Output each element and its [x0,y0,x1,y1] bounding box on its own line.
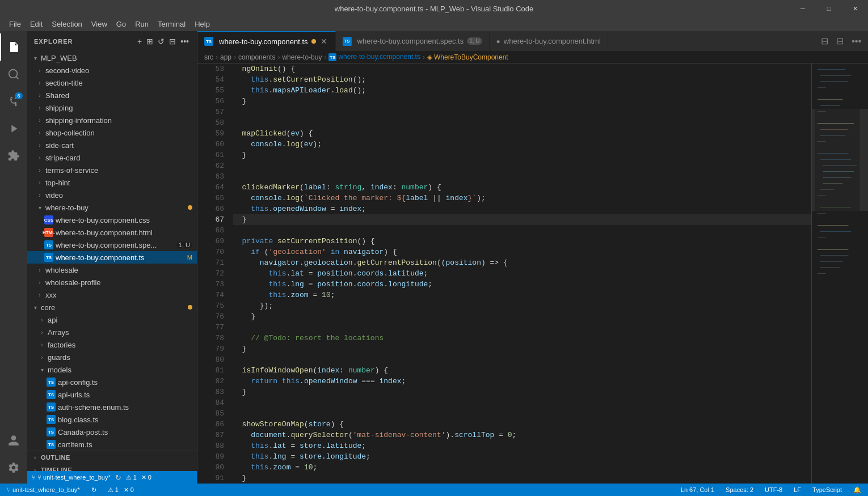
file-api-urls[interactable]: TS api-urls.ts [27,388,197,401]
error-icon: ✕ [141,474,146,481]
more-actions-button[interactable]: ••• [179,36,190,47]
account-icon[interactable] [0,427,27,454]
chevron-right-icon: › [36,180,43,186]
folder-where-to-buy[interactable]: ▾ where-to-buy [27,201,197,214]
minimize-button[interactable]: ─ [790,0,816,17]
explorer-icon[interactable] [0,33,27,61]
code-line-71: navigator.geolocation.getCurrentPosition… [233,257,811,268]
window-controls: ─ □ ✕ [790,0,868,17]
breadcrumb-components[interactable]: components [238,53,275,61]
folder-section-title[interactable]: › section-title [27,77,197,89]
code-content[interactable]: ngOnInit() { this.setCurrentPosition(); … [229,63,811,484]
folder-label: guards [48,353,70,362]
new-folder-button[interactable]: ⊞ [145,36,154,47]
folder-side-cart[interactable]: › side-cart [27,139,197,151]
warning-status[interactable]: ⚠ 1 [126,474,137,481]
settings-icon[interactable] [0,454,27,481]
cursor-position-btn[interactable]: Ln 67, Col 1 [679,484,717,496]
code-line-84 [233,397,811,408]
folder-shop-collection[interactable]: › shop-collection [27,126,197,139]
split-editor-button[interactable]: ⊟ [834,35,846,48]
file-auth-scheme[interactable]: TS auth-scheme.enum.ts [27,401,197,413]
folder-guards[interactable]: › guards [27,351,197,363]
folder-arrays[interactable]: › Arrays [27,326,197,338]
encoding-btn[interactable]: UTF-8 [762,484,785,496]
folder-shipping[interactable]: › shipping [27,101,197,114]
folder-api[interactable]: › api [27,313,197,326]
breadcrumb-ts-file[interactable]: TSwhere-to-buy.component.ts [328,53,420,62]
run-debug-icon[interactable] [0,115,27,142]
menu-terminal[interactable]: Terminal [153,19,190,29]
menu-go[interactable]: Go [112,19,130,29]
menu-selection[interactable]: Selection [47,19,86,29]
tab-close-button[interactable]: ✕ [319,37,328,46]
code-line-66: this.openedWindow = index; [233,204,811,214]
folder-core[interactable]: ▾ core [27,301,197,313]
extensions-icon[interactable] [0,142,27,169]
source-control-icon[interactable]: 6 [0,88,27,115]
sync-icon: ↻ [91,486,96,494]
error-status[interactable]: ✕ 0 [141,474,151,481]
indentation-btn[interactable]: Spaces: 2 [723,484,756,496]
git-branch-status[interactable]: ⑂ ⑂ unit-test_where_to_buy* [32,474,111,481]
file-blog-class[interactable]: TS blog.class.ts [27,413,197,426]
language-btn[interactable]: TypeScript [810,484,844,496]
tab-where-to-buy-spec[interactable]: TS where-to-buy.component.spec.ts 1, U [336,31,490,51]
tab-where-to-buy-html[interactable]: ● where-to-buy.component.html [490,31,608,51]
menu-run[interactable]: Run [130,19,153,29]
file-canada-post[interactable]: TS Canada-post.ts [27,426,197,438]
folder-models[interactable]: ▾ models [27,363,197,376]
file-api-config[interactable]: TS api-config.ts [27,376,197,388]
more-tabs-button[interactable]: ••• [849,35,863,48]
breadcrumb-src[interactable]: src [204,53,213,61]
git-branch-icon: ⑂ [7,486,11,493]
file-label: api-urls.ts [58,391,90,399]
menu-file[interactable]: File [5,19,26,29]
file-where-to-buy-css[interactable]: CSS where-to-buy.component.css [27,214,197,226]
folder-second-video[interactable]: › second-video [27,64,197,77]
breadcrumb-component[interactable]: ◈WhereToBuyComponent [427,53,508,61]
sync-icon[interactable]: ↻ [115,473,121,482]
tab-where-to-buy-ts[interactable]: TS where-to-buy.component.ts ✕ [197,31,336,51]
collapse-all-button[interactable]: ⊟ [168,36,177,47]
folder-wholesale-profile[interactable]: › wholesale-profile [27,276,197,289]
new-file-button[interactable]: + [136,36,143,47]
folder-label: shipping [45,104,73,112]
close-button[interactable]: ✕ [842,0,868,17]
html-file-icon: HTML [44,228,53,237]
folder-shipping-information[interactable]: › shipping-information [27,114,197,126]
root-folder[interactable]: ▾ MLP_WEB [27,52,197,64]
folder-wholesale[interactable]: › wholesale [27,264,197,276]
file-cart-item[interactable]: TS cartItem.ts [27,438,197,451]
breadcrumb-where-to-buy[interactable]: where-to-buy [282,53,322,61]
sync-status-btn[interactable]: ↻ [89,484,99,496]
customize-layout-button[interactable]: ⊟ [819,35,831,48]
timeline-section[interactable]: › TIMELINE [27,464,197,471]
line-ending-btn[interactable]: LF [791,484,803,496]
file-where-to-buy-ts[interactable]: TS where-to-buy.component.ts M [27,251,197,264]
folder-shared[interactable]: › Shared [27,89,197,101]
refresh-button[interactable]: ↺ [157,36,166,47]
folder-xxx[interactable]: › xxx [27,289,197,301]
file-where-to-buy-html[interactable]: HTML where-to-buy.component.html [27,226,197,239]
folder-label: Arrays [48,328,69,337]
file-where-to-buy-spec[interactable]: TS where-to-buy.component.spe... 1, U [27,239,197,251]
menu-edit[interactable]: Edit [26,19,47,29]
folder-terms-of-service[interactable]: › terms-of-service [27,164,197,176]
outline-section[interactable]: › OUTLINE [27,451,197,464]
git-branch-status-btn[interactable]: ⑂ unit-test_where_to_buy* [5,484,82,496]
folder-stripe-card[interactable]: › stripe-card [27,151,197,164]
menu-view[interactable]: View [87,19,112,29]
folder-top-hint[interactable]: › top-hint [27,176,197,189]
folder-factories[interactable]: › factories [27,338,197,351]
maximize-button[interactable]: □ [816,0,842,17]
breadcrumb-app[interactable]: app [220,53,231,61]
folder-label: models [48,366,71,374]
notifications-btn[interactable]: 🔔 [851,484,863,496]
line-num-55: 55 [202,85,224,96]
error-warning-status-btn[interactable]: ⚠ 1 ✕ 0 [106,484,136,496]
menu-help[interactable]: Help [190,19,214,29]
folder-label: Shared [45,91,69,100]
search-icon[interactable] [0,61,27,88]
folder-video[interactable]: › video [27,189,197,201]
